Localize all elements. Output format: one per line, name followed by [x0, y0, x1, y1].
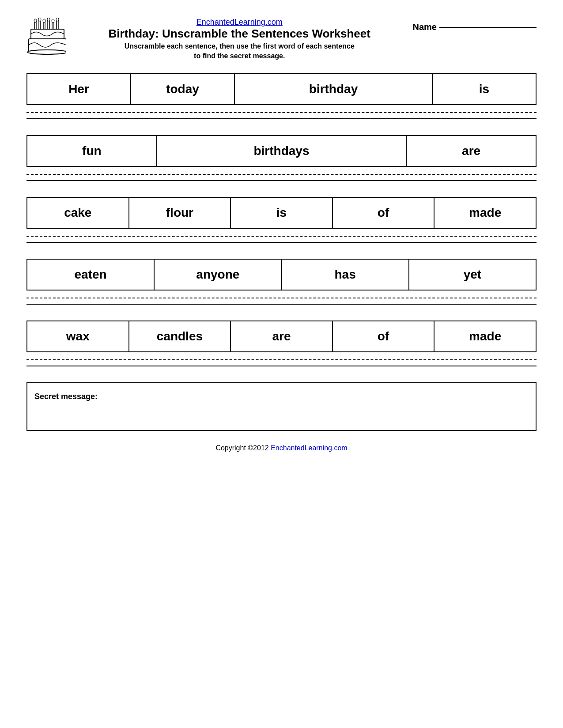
word-grid-4: eaten anyone has yet: [26, 259, 537, 290]
solid-line: [26, 304, 537, 305]
sentence-2: fun birthdays are: [26, 135, 537, 181]
name-field: Name: [413, 18, 537, 32]
word-cell: made: [435, 321, 536, 351]
svg-point-6: [34, 19, 37, 23]
solid-line: [26, 242, 537, 243]
word-cell: is: [433, 74, 536, 104]
name-input-line: [439, 27, 537, 28]
word-grid-1: Her today birthday is: [26, 73, 537, 105]
word-cell: wax: [27, 321, 129, 351]
dotted-line: [26, 236, 537, 237]
word-cell: flour: [129, 198, 231, 228]
svg-point-11: [56, 18, 59, 21]
word-cell: today: [131, 74, 235, 104]
header-text-block: EnchantedLearning.com Birthday: Unscramb…: [75, 18, 404, 60]
writing-lines-5: [26, 359, 537, 366]
word-cell: eaten: [27, 260, 155, 290]
word-cell: yet: [409, 260, 536, 290]
svg-rect-12: [31, 29, 64, 39]
writing-lines-3: [26, 236, 537, 243]
sentence-3: cake flour is of made: [26, 197, 537, 243]
cake-illustration: [26, 18, 66, 59]
secret-message-label: Secret message:: [34, 392, 98, 401]
svg-point-14: [27, 50, 66, 54]
word-grid-3: cake flour is of made: [26, 197, 537, 229]
word-cell: anyone: [155, 260, 282, 290]
word-grid-2: fun birthdays are: [26, 135, 537, 167]
word-cell: made: [435, 198, 536, 228]
dotted-line: [26, 298, 537, 298]
dotted-line: [26, 174, 537, 175]
word-cell: has: [282, 260, 409, 290]
word-cell: candles: [129, 321, 231, 351]
solid-line: [26, 366, 537, 366]
svg-point-8: [43, 19, 45, 23]
word-cell: are: [407, 136, 536, 166]
word-cell: of: [333, 321, 435, 351]
secret-message-box: Secret message:: [26, 382, 537, 431]
writing-lines-1: [26, 112, 537, 119]
word-cell: fun: [27, 136, 157, 166]
sentence-5: wax candles are of made: [26, 321, 537, 366]
word-cell: cake: [27, 198, 129, 228]
copyright-year: ©2012: [248, 444, 268, 452]
writing-lines-4: [26, 298, 537, 305]
sentence-4: eaten anyone has yet: [26, 259, 537, 305]
word-cell: birthday: [235, 74, 433, 104]
word-cell: Her: [27, 74, 131, 104]
copyright-text: Copyright: [215, 444, 246, 452]
svg-point-10: [52, 19, 54, 23]
footer-site-link[interactable]: EnchantedLearning.com: [271, 444, 347, 452]
dotted-line: [26, 112, 537, 113]
svg-rect-13: [29, 39, 66, 51]
writing-lines-2: [26, 174, 537, 181]
page-header: EnchantedLearning.com Birthday: Unscramb…: [26, 18, 537, 60]
svg-point-9: [47, 18, 50, 21]
solid-line: [26, 180, 537, 181]
page-footer: Copyright ©2012 EnchantedLearning.com: [26, 444, 537, 452]
svg-point-7: [38, 18, 41, 21]
word-cell: birthdays: [157, 136, 407, 166]
worksheet-subtitle: Unscramble each sentence, then use the f…: [75, 42, 404, 50]
dotted-line: [26, 359, 537, 360]
word-grid-5: wax candles are of made: [26, 321, 537, 352]
site-link[interactable]: EnchantedLearning.com: [196, 18, 283, 26]
word-cell: of: [333, 198, 435, 228]
word-cell: is: [231, 198, 333, 228]
word-cell: are: [231, 321, 333, 351]
worksheet-title: Birthday: Unscramble the Sentences Works…: [75, 27, 404, 41]
sentence-1: Her today birthday is: [26, 73, 537, 119]
worksheet-subtitle2: to find the secret message.: [75, 52, 404, 60]
solid-line: [26, 118, 537, 119]
name-label: Name: [413, 22, 437, 32]
